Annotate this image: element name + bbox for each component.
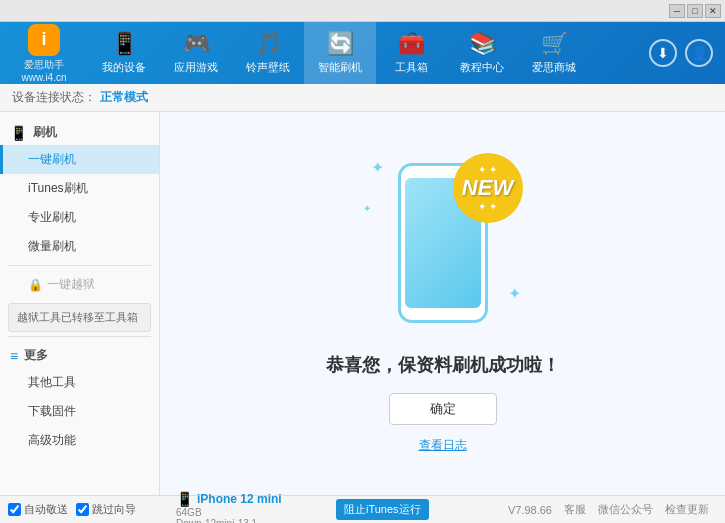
sparkle-3: ✦ bbox=[363, 203, 371, 214]
nav-item-tutorials[interactable]: 📚 教程中心 bbox=[446, 22, 518, 84]
logo-name: 爱思助手 bbox=[24, 58, 64, 72]
nav-item-apps-games[interactable]: 🎮 应用游戏 bbox=[160, 22, 232, 84]
device-system: Down-12mini-13,1 bbox=[176, 518, 320, 524]
device-name: iPhone 12 mini bbox=[197, 492, 282, 506]
customer-service-link[interactable]: 客服 bbox=[564, 502, 586, 517]
close-button[interactable]: ✕ bbox=[705, 4, 721, 18]
auto-send-checkbox[interactable]: 自动敬送 bbox=[8, 502, 68, 517]
sidebar-item-download-firmware[interactable]: 下载固件 bbox=[0, 397, 159, 426]
sidebar-section-flash[interactable]: 📱 刷机 bbox=[0, 118, 159, 145]
version-label: V7.98.66 bbox=[508, 504, 552, 516]
nav-item-my-device[interactable]: 📱 我的设备 bbox=[88, 22, 160, 84]
header: i 爱思助手 www.i4.cn 📱 我的设备 🎮 应用游戏 🎵 铃声壁纸 🔄 … bbox=[0, 22, 725, 84]
toolbox-label: 工具箱 bbox=[395, 60, 428, 75]
sidebar-section-more[interactable]: ≡ 更多 bbox=[0, 341, 159, 368]
download-button[interactable]: ⬇ bbox=[649, 39, 677, 67]
new-text: NEW bbox=[462, 175, 513, 201]
new-badge: ✦ ✦ NEW ✦ ✦ bbox=[453, 153, 523, 223]
main-layout: 📱 刷机 一键刷机 iTunes刷机 专业刷机 微量刷机 🔒 一键越狱 越狱工具… bbox=[0, 112, 725, 495]
content-area: ✦ ✦ ✦ ✦ NEW ✦ ✦ ✦ 恭喜您，保资料刷机成功啦！ 确定 查看日志 bbox=[160, 112, 725, 495]
bottom-left: 自动敬送 跳过向导 bbox=[8, 502, 168, 517]
sidebar-item-one-click-flash[interactable]: 一键刷机 bbox=[0, 145, 159, 174]
nav-item-toolbox[interactable]: 🧰 工具箱 bbox=[376, 22, 446, 84]
auto-send-input[interactable] bbox=[8, 503, 21, 516]
minimize-button[interactable]: ─ bbox=[669, 4, 685, 18]
skip-wizard-checkbox[interactable]: 跳过向导 bbox=[76, 502, 136, 517]
flash-icon: 📱 bbox=[10, 125, 27, 141]
smart-flash-label: 智能刷机 bbox=[318, 60, 362, 75]
sidebar-section-jailbreak: 🔒 一键越狱 bbox=[0, 270, 159, 299]
device-info: 📱 iPhone 12 mini 64GB Down-12mini-13,1 bbox=[168, 491, 328, 524]
itunes-button[interactable]: 阻止iTunes运行 bbox=[336, 499, 429, 520]
tutorials-label: 教程中心 bbox=[460, 60, 504, 75]
divider-2 bbox=[8, 336, 151, 337]
sidebar-item-micro-flash[interactable]: 微量刷机 bbox=[0, 232, 159, 261]
nav-items: 📱 我的设备 🎮 应用游戏 🎵 铃声壁纸 🔄 智能刷机 🧰 工具箱 📚 教程中心… bbox=[88, 22, 649, 84]
success-text: 恭喜您，保资料刷机成功啦！ bbox=[326, 353, 560, 377]
log-link[interactable]: 查看日志 bbox=[419, 437, 467, 454]
maximize-button[interactable]: □ bbox=[687, 4, 703, 18]
skip-wizard-label: 跳过向导 bbox=[92, 502, 136, 517]
badge-stars-bottom: ✦ ✦ bbox=[478, 201, 497, 212]
sidebar-item-other-tools[interactable]: 其他工具 bbox=[0, 368, 159, 397]
nav-item-store[interactable]: 🛒 爱思商城 bbox=[518, 22, 590, 84]
device-storage: 64GB bbox=[176, 507, 320, 518]
user-button[interactable]: 👤 bbox=[685, 39, 713, 67]
skip-wizard-input[interactable] bbox=[76, 503, 89, 516]
sidebar-item-pro-flash[interactable]: 专业刷机 bbox=[0, 203, 159, 232]
confirm-button[interactable]: 确定 bbox=[389, 393, 497, 425]
badge-stars-top: ✦ ✦ bbox=[478, 164, 497, 175]
sidebar-item-advanced[interactable]: 高级功能 bbox=[0, 426, 159, 455]
sidebar-item-itunes-flash[interactable]: iTunes刷机 bbox=[0, 174, 159, 203]
device-icon: 📱 bbox=[176, 491, 193, 507]
nav-item-ringtone-wallpaper[interactable]: 🎵 铃声壁纸 bbox=[232, 22, 304, 84]
phone-illustration: ✦ ✦ ✦ ✦ NEW ✦ ✦ ✦ bbox=[363, 153, 523, 333]
divider-1 bbox=[8, 265, 151, 266]
toolbox-icon: 🧰 bbox=[398, 31, 425, 57]
logo-url: www.i4.cn bbox=[21, 72, 66, 83]
smart-flash-icon: 🔄 bbox=[327, 31, 354, 57]
my-device-icon: 📱 bbox=[111, 31, 138, 57]
auto-send-label: 自动敬送 bbox=[24, 502, 68, 517]
lock-icon: 🔒 bbox=[28, 278, 43, 292]
success-container: ✦ ✦ ✦ ✦ NEW ✦ ✦ ✦ 恭喜您，保资料刷机成功啦！ 确定 查看日志 bbox=[326, 153, 560, 454]
logo-area: i 爱思助手 www.i4.cn bbox=[0, 24, 88, 83]
status-label: 设备连接状态： bbox=[12, 89, 96, 106]
ringtone-wallpaper-label: 铃声壁纸 bbox=[246, 60, 290, 75]
status-value: 正常模式 bbox=[100, 89, 148, 106]
jailbreak-info-box: 越狱工具已转移至工具箱 bbox=[8, 303, 151, 332]
check-update-link[interactable]: 检查更新 bbox=[665, 502, 709, 517]
tutorials-icon: 📚 bbox=[469, 31, 496, 57]
sidebar-section-flash-label: 刷机 bbox=[33, 124, 57, 141]
title-bar: ─ □ ✕ bbox=[0, 0, 725, 22]
sidebar: 📱 刷机 一键刷机 iTunes刷机 专业刷机 微量刷机 🔒 一键越狱 越狱工具… bbox=[0, 112, 160, 495]
wechat-link[interactable]: 微信公众号 bbox=[598, 502, 653, 517]
window-controls[interactable]: ─ □ ✕ bbox=[669, 4, 721, 18]
sidebar-section-more-label: 更多 bbox=[24, 347, 48, 364]
header-right: ⬇ 👤 bbox=[649, 39, 725, 67]
jailbreak-label: 一键越狱 bbox=[47, 276, 95, 293]
apps-games-label: 应用游戏 bbox=[174, 60, 218, 75]
my-device-label: 我的设备 bbox=[102, 60, 146, 75]
bottom-bar: 自动敬送 跳过向导 📱 iPhone 12 mini 64GB Down-12m… bbox=[0, 495, 725, 523]
store-label: 爱思商城 bbox=[532, 60, 576, 75]
status-bar: 设备连接状态： 正常模式 bbox=[0, 84, 725, 112]
ringtone-wallpaper-icon: 🎵 bbox=[255, 31, 282, 57]
more-icon: ≡ bbox=[10, 348, 18, 364]
logo-icon: i bbox=[28, 24, 60, 56]
sparkle-1: ✦ bbox=[371, 158, 384, 177]
nav-item-smart-flash[interactable]: 🔄 智能刷机 bbox=[304, 22, 376, 84]
apps-games-icon: 🎮 bbox=[183, 31, 210, 57]
store-icon: 🛒 bbox=[541, 31, 568, 57]
sparkle-2: ✦ bbox=[508, 284, 521, 303]
